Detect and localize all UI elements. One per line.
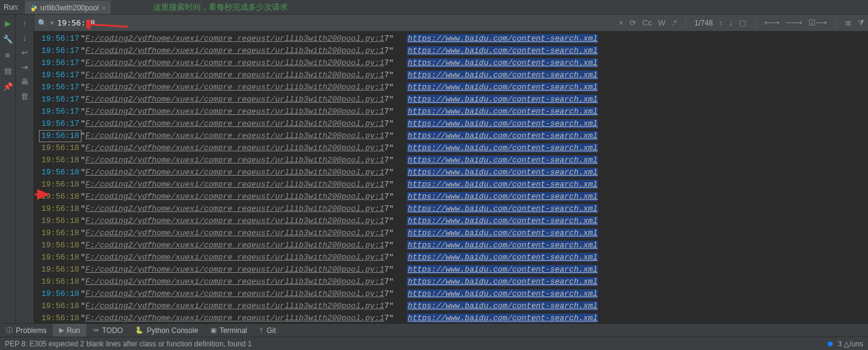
url-link[interactable]: https://www.baidu.com/content-search.xml bbox=[407, 69, 598, 81]
file-link[interactable]: F:/coding2/ydfhome/xuexi/compre_reqeust/… bbox=[85, 81, 384, 94]
tab-terminal[interactable]: ▣Terminal bbox=[204, 324, 253, 337]
add-selection-icon[interactable]: +⟶ bbox=[764, 18, 780, 27]
file-link[interactable]: F:/coding2/ydfhome/xuexi/compre_reqeust/… bbox=[85, 288, 384, 300]
line-number-tail: 7 bbox=[384, 215, 389, 227]
url-link[interactable]: https://www.baidu.com/content-search.xml bbox=[407, 106, 598, 118]
tab-problems[interactable]: ⓘProblems bbox=[0, 324, 53, 337]
wrench-icon[interactable]: 🔧 bbox=[3, 34, 13, 44]
regex-button[interactable]: .* bbox=[672, 18, 677, 27]
stop-icon[interactable]: ■ bbox=[3, 50, 13, 60]
line-number-tail: 7 bbox=[384, 142, 389, 154]
console-line: 19:56:18 "F:/coding2/ydfhome/xuexi/compr… bbox=[34, 276, 868, 288]
file-link[interactable]: F:/coding2/ydfhome/xuexi/compre_reqeust/… bbox=[85, 118, 384, 130]
file-link[interactable]: F:/coding2/ydfhome/xuexi/compre_reqeust/… bbox=[85, 227, 384, 239]
url-link[interactable]: https://www.baidu.com/content-search.xml bbox=[407, 142, 598, 154]
line-number-tail: 7 bbox=[384, 288, 389, 300]
run-icon[interactable]: ▶ bbox=[3, 18, 13, 28]
tab-todo[interactable]: ≔TODO bbox=[86, 324, 129, 337]
down-arrow-icon[interactable]: ↓ bbox=[20, 33, 30, 43]
file-link[interactable]: F:/coding2/ydfhome/xuexi/compre_reqeust/… bbox=[85, 142, 384, 154]
close-icon[interactable]: × bbox=[102, 4, 105, 12]
refresh-icon[interactable]: ⟳ bbox=[630, 18, 636, 27]
file-link[interactable]: F:/coding2/ydfhome/xuexi/compre_reqeust/… bbox=[85, 239, 384, 252]
filter-icon[interactable]: ⧩ bbox=[858, 18, 864, 28]
url-link[interactable]: https://www.baidu.com/content-search.xml bbox=[407, 154, 598, 166]
file-link[interactable]: F:/coding2/ydfhome/xuexi/compre_reqeust/… bbox=[85, 33, 384, 45]
line-number-tail: 7 bbox=[384, 69, 389, 81]
quote: " bbox=[389, 300, 394, 312]
url-link[interactable]: https://www.baidu.com/content-search.xml bbox=[407, 166, 598, 179]
soft-wrap-icon[interactable]: ↩ bbox=[20, 47, 30, 57]
url-link[interactable]: https://www.baidu.com/content-search.xml bbox=[407, 288, 598, 300]
file-link[interactable]: F:/coding2/ydfhome/xuexi/compre_reqeust/… bbox=[85, 69, 384, 81]
url-link[interactable]: https://www.baidu.com/content-search.xml bbox=[407, 57, 598, 69]
url-link[interactable]: https://www.baidu.com/content-search.xml bbox=[407, 81, 598, 94]
timestamp: 19:56:18 bbox=[40, 166, 80, 179]
console-output[interactable]: 19:56:17 "F:/coding2/ydfhome/xuexi/compr… bbox=[34, 32, 868, 323]
print-icon[interactable]: 🖶 bbox=[20, 77, 30, 86]
file-link[interactable]: F:/coding2/ydfhome/xuexi/compre_reqeust/… bbox=[85, 276, 384, 288]
file-link[interactable]: F:/coding2/ydfhome/xuexi/compre_reqeust/… bbox=[85, 203, 384, 215]
file-link[interactable]: F:/coding2/ydfhome/xuexi/compre_reqeust/… bbox=[85, 300, 384, 312]
url-link[interactable]: https://www.baidu.com/content-search.xml bbox=[407, 118, 598, 130]
console-line: 19:56:17 "F:/coding2/ydfhome/xuexi/compr… bbox=[34, 69, 868, 81]
file-link[interactable]: F:/coding2/ydfhome/xuexi/compre_reqeust/… bbox=[85, 166, 384, 179]
url-link[interactable]: https://www.baidu.com/content-search.xml bbox=[407, 252, 598, 264]
remove-selection-icon[interactable]: −⟶ bbox=[786, 18, 802, 27]
tab-label: TODO bbox=[102, 326, 123, 335]
url-link[interactable]: https://www.baidu.com/content-search.xml bbox=[407, 130, 598, 142]
file-link[interactable]: F:/coding2/ydfhome/xuexi/compre_reqeust/… bbox=[85, 191, 384, 203]
layout-icon[interactable]: ▤ bbox=[3, 66, 13, 75]
chevron-down-icon[interactable]: ▾ bbox=[50, 19, 54, 26]
scroll-to-end-icon[interactable]: ⇥ bbox=[20, 62, 30, 72]
url-link[interactable]: https://www.baidu.com/content-search.xml bbox=[407, 45, 598, 57]
file-link[interactable]: F:/coding2/ydfhome/xuexi/compre_reqeust/… bbox=[85, 130, 384, 142]
select-all-icon[interactable]: ▢ bbox=[739, 18, 746, 27]
clear-search-icon[interactable]: × bbox=[619, 18, 623, 27]
url-link[interactable]: https://www.baidu.com/content-search.xml bbox=[407, 227, 598, 239]
match-case-button[interactable]: Cc bbox=[642, 18, 652, 27]
file-link[interactable]: F:/coding2/ydfhome/xuexi/compre_reqeust/… bbox=[85, 264, 384, 276]
search-input[interactable] bbox=[57, 18, 556, 27]
url-link[interactable]: https://www.baidu.com/content-search.xml bbox=[407, 33, 598, 45]
timestamp: 19:56:18 bbox=[40, 300, 80, 312]
console-line: 19:56:18 "F:/coding2/ydfhome/xuexi/compr… bbox=[34, 312, 868, 323]
file-link[interactable]: F:/coding2/ydfhome/xuexi/compre_reqeust/… bbox=[85, 57, 384, 69]
select-occurrences-icon[interactable]: ☑⟶ bbox=[808, 18, 827, 27]
url-link[interactable]: https://www.baidu.com/content-search.xml bbox=[407, 94, 598, 106]
tab-run[interactable]: ▶Run bbox=[53, 324, 86, 337]
up-arrow-icon[interactable]: ↑ bbox=[20, 18, 30, 28]
tab-git[interactable]: ᛘGit bbox=[253, 324, 282, 337]
timestamp: 19:56:17 bbox=[40, 106, 80, 118]
url-link[interactable]: https://www.baidu.com/content-search.xml bbox=[407, 215, 598, 227]
prev-match-icon[interactable]: ↑ bbox=[719, 18, 723, 27]
file-link[interactable]: F:/coding2/ydfhome/xuexi/compre_reqeust/… bbox=[85, 252, 384, 264]
file-link[interactable]: F:/coding2/ydfhome/xuexi/compre_reqeust/… bbox=[85, 106, 384, 118]
file-link[interactable]: F:/coding2/ydfhome/xuexi/compre_reqeust/… bbox=[85, 179, 384, 191]
url-link[interactable]: https://www.baidu.com/content-search.xml bbox=[407, 300, 598, 312]
quote: " bbox=[80, 215, 85, 227]
play-icon: ▶ bbox=[59, 326, 64, 334]
next-match-icon[interactable]: ↓ bbox=[729, 18, 733, 27]
url-link[interactable]: https://www.baidu.com/content-search.xml bbox=[407, 191, 598, 203]
left-toolbar-1: ▶ 🔧 ■ ▤ 📌 bbox=[0, 15, 16, 323]
pin-icon[interactable]: 📌 bbox=[3, 81, 13, 91]
file-link[interactable]: F:/coding2/ydfhome/xuexi/compre_reqeust/… bbox=[85, 45, 384, 57]
left-toolbar-2: ↑ ↓ ↩ ⇥ 🖶 🗑 bbox=[16, 15, 34, 323]
file-link[interactable]: F:/coding2/ydfhome/xuexi/compre_reqeust/… bbox=[85, 215, 384, 227]
run-config-tab[interactable]: urllib3with200pool × bbox=[25, 1, 111, 14]
line-number-tail: 7 bbox=[384, 264, 389, 276]
clear-icon[interactable]: 🗑 bbox=[20, 91, 30, 101]
tab-python-console[interactable]: 🐍Python Console bbox=[129, 324, 204, 337]
url-link[interactable]: https://www.baidu.com/content-search.xml bbox=[407, 203, 598, 215]
file-link[interactable]: F:/coding2/ydfhome/xuexi/compre_reqeust/… bbox=[85, 154, 384, 166]
url-link[interactable]: https://www.baidu.com/content-search.xml bbox=[407, 264, 598, 276]
words-button[interactable]: W bbox=[658, 18, 665, 27]
url-link[interactable]: https://www.baidu.com/content-search.xml bbox=[407, 239, 598, 252]
file-link[interactable]: F:/coding2/ydfhome/xuexi/compre_reqeust/… bbox=[85, 312, 384, 323]
url-link[interactable]: https://www.baidu.com/content-search.xml bbox=[407, 179, 598, 191]
filter-lines-icon[interactable]: ≣ bbox=[845, 18, 852, 27]
url-link[interactable]: https://www.baidu.com/content-search.xml bbox=[407, 276, 598, 288]
file-link[interactable]: F:/coding2/ydfhome/xuexi/compre_reqeust/… bbox=[85, 94, 384, 106]
url-link[interactable]: https://www.baidu.com/content-search.xml bbox=[407, 312, 598, 323]
